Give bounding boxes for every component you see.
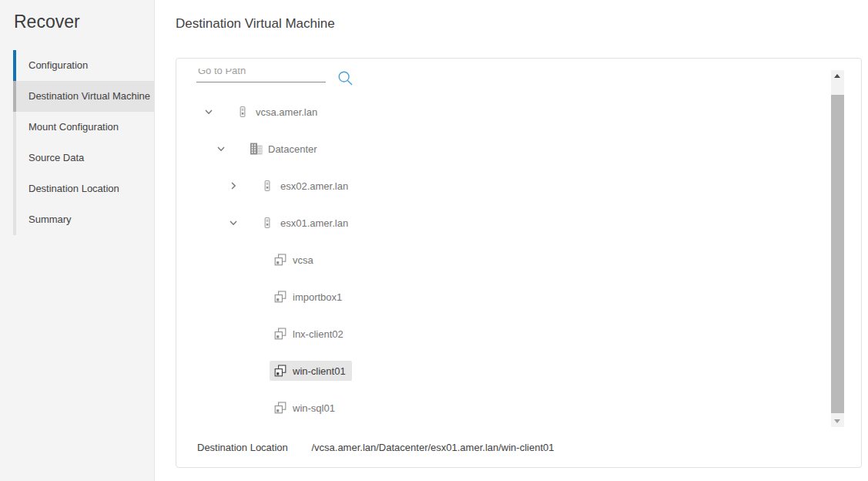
esx-host-icon — [262, 180, 280, 192]
tree-item-label: vcsa.amer.lan — [256, 106, 317, 118]
step-active-marker — [13, 81, 16, 112]
esx-host-icon — [262, 217, 280, 229]
tree-item-label: Datacenter — [268, 143, 317, 155]
step-configuration[interactable]: Configuration — [0, 50, 154, 81]
scroll-up-button[interactable] — [831, 70, 844, 83]
step-label: Source Data — [28, 152, 84, 163]
destination-location-label: Destination Location — [197, 442, 288, 453]
step-destination-virtual-machine[interactable]: Destination Virtual Machine — [13, 81, 154, 112]
step-label: Mount Configuration — [28, 121, 119, 133]
destination-location-row: Destination Location /vcsa.amer.lan/Data… — [197, 442, 554, 453]
vm-icon — [274, 402, 293, 414]
vm-icon — [274, 365, 293, 377]
tree-item-label: esx01.amer.lan — [280, 217, 348, 229]
vcenter-server-icon — [237, 106, 256, 118]
tree-item-label: vcsa — [293, 254, 313, 266]
step-label: Destination Location — [28, 183, 119, 194]
go-to-path-field — [177, 69, 826, 93]
vm-icon — [274, 254, 293, 266]
go-to-path-input[interactable] — [196, 69, 323, 78]
input-underline — [196, 82, 326, 82]
selected-row-highlight: win-client01 — [270, 361, 352, 381]
destination-location-path: /vcsa.amer.lan/Datacenter/esx01.amer.lan… — [311, 442, 554, 453]
vertical-scrollbar[interactable] — [831, 70, 844, 427]
tree-item-lnx-client02[interactable]: lnx-client02 — [177, 315, 826, 352]
step-label: Configuration — [28, 59, 88, 71]
step-destination-location[interactable]: Destination Location — [0, 173, 154, 204]
page-title: Destination Virtual Machine — [176, 16, 335, 32]
tree-item-vcsa-amer-lan[interactable]: vcsa.amer.lan — [177, 93, 826, 130]
search-icon[interactable] — [337, 70, 354, 86]
step-completed-marker — [13, 50, 16, 81]
tree-item-importbox1[interactable]: importbox1 — [177, 278, 826, 315]
vm-icon — [274, 328, 293, 340]
tree-item-datacenter[interactable]: Datacenter — [177, 130, 826, 167]
inventory-tree: vcsa.amer.lan Datacenter e — [177, 93, 826, 426]
tree-item-label: win-sql01 — [293, 402, 335, 414]
tree-scroll-area[interactable]: vcsa.amer.lan Datacenter e — [177, 69, 826, 427]
vm-icon — [274, 291, 293, 303]
wizard-stepper: Configuration Destination Virtual Machin… — [0, 50, 154, 235]
tree-item-esx01-amer-lan[interactable]: esx01.amer.lan — [177, 204, 826, 241]
step-summary[interactable]: Summary — [0, 204, 154, 235]
step-label: Summary — [28, 214, 72, 225]
tree-item-win-sql01[interactable]: win-sql01 — [177, 389, 826, 426]
datacenter-icon — [250, 143, 268, 155]
tree-item-esx02-amer-lan[interactable]: esx02.amer.lan — [177, 167, 826, 204]
tree-item-label: esx02.amer.lan — [280, 180, 348, 192]
stepper-track — [13, 50, 16, 235]
scrollbar-thumb[interactable] — [831, 95, 844, 413]
tree-item-label: lnx-client02 — [293, 328, 344, 340]
wizard-sidebar: Recover Configuration Destination Virtua… — [0, 0, 155, 481]
step-label: Destination Virtual Machine — [28, 90, 150, 102]
tree-item-label: importbox1 — [293, 291, 342, 303]
step-mount-configuration[interactable]: Mount Configuration — [0, 112, 154, 143]
scroll-down-button[interactable] — [831, 414, 844, 427]
tree-item-vcsa[interactable]: vcsa — [177, 241, 826, 278]
tree-item-label: win-client01 — [293, 365, 346, 377]
tree-item-win-client01[interactable]: win-client01 — [177, 352, 826, 389]
wizard-title: Recover — [14, 12, 80, 32]
destination-picker-card: vcsa.amer.lan Datacenter e — [176, 58, 862, 468]
step-source-data[interactable]: Source Data — [0, 143, 154, 173]
